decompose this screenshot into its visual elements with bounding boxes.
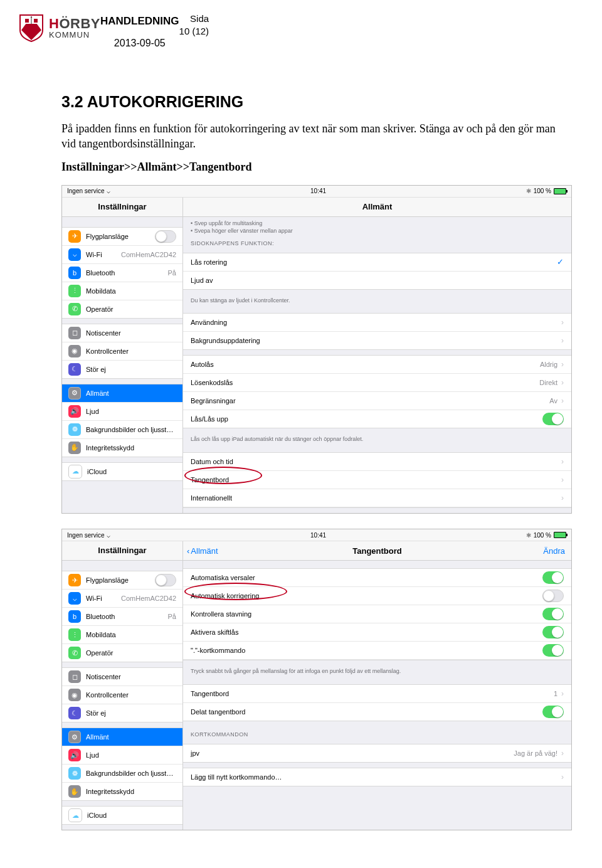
airplane-toggle[interactable] — [155, 574, 176, 586]
row-keyboard[interactable]: Tangentbord › — [183, 471, 571, 489]
status-time: 10:41 — [310, 532, 326, 539]
bluetooth-icon: b — [68, 610, 81, 623]
label: "."-kortkommando — [191, 647, 542, 654]
hint: • Svepa höger eller vänster mellan appar — [183, 227, 571, 235]
sidebar-item-wifi[interactable]: ⌵ Wi-Fi ComHemAC2D42 — [62, 246, 182, 264]
sidebar-item-airplane[interactable]: ✈ Flygplansläge — [62, 228, 182, 246]
label: Operatör — [86, 305, 176, 313]
sidebar-item-wallpaper[interactable]: ❁ Bakgrundsbilder och ljusst… — [62, 765, 182, 783]
sidebar-item-wallpaper[interactable]: ❁ Bakgrundsbilder och ljusst… — [62, 421, 182, 439]
sidebar-item-wifi[interactable]: ⌵ Wi-Fi ComHemAC2D42 — [62, 590, 182, 608]
sidebar-item-dnd[interactable]: ☾ Stör ej — [62, 704, 182, 722]
carrier-label: Ingen service — [67, 188, 104, 194]
sidebar-item-sound[interactable]: 🔊 Ljud — [62, 746, 182, 765]
value: Aldrig — [540, 361, 557, 368]
sidebar-item-general[interactable]: ⚙ Allmänt — [62, 728, 182, 746]
value: ComHemAC2D42 — [121, 595, 176, 602]
split-toggle[interactable] — [542, 706, 564, 718]
sidebar-item-icloud[interactable]: ☁ iCloud — [62, 463, 182, 480]
row-autocorrect[interactable]: Automatisk korrigering — [183, 587, 571, 605]
sidebar-item-carrier[interactable]: ✆ Operatör — [62, 300, 182, 318]
autocap-toggle[interactable] — [542, 571, 564, 584]
row-restrictions[interactable]: Begränsningar Av › — [183, 392, 571, 410]
label: Operatör — [86, 649, 176, 657]
battery-percent: 100 % — [534, 532, 551, 539]
moon-icon: ☾ — [68, 707, 81, 719]
cellular-icon: ⋮ — [68, 628, 81, 641]
capslock-toggle[interactable] — [542, 626, 564, 638]
sidebar-item-airplane[interactable]: ✈ Flygplansläge — [62, 571, 182, 590]
row-add-shortcut[interactable]: Lägg till nytt kortkommando… › — [183, 768, 571, 786]
row-autocapitalize[interactable]: Automatiska versaler — [183, 569, 571, 587]
value: På — [168, 269, 176, 277]
sidebar-item-controlcenter[interactable]: ◉ Kontrollcenter — [62, 342, 182, 361]
sidebar-item-controlcenter[interactable]: ◉ Kontrollcenter — [62, 686, 182, 704]
moon-icon: ☾ — [68, 363, 81, 376]
bluetooth-icon: b — [68, 267, 81, 279]
lockunlock-toggle[interactable] — [542, 413, 564, 425]
keyboard-detail: Automatiska versaler Automatisk korriger… — [183, 561, 571, 830]
settings-sidebar: ✈ Flygplansläge ⌵ Wi-Fi ComHemAC2D42 b B… — [62, 217, 183, 514]
row-lockrotation[interactable]: Lås rotering ✓ — [183, 253, 571, 272]
label: iCloud — [87, 812, 176, 819]
value: Jag är på väg! — [514, 749, 557, 757]
row-spellcheck[interactable]: Kontrollera stavning — [183, 605, 571, 623]
label: Delat tangentbord — [191, 708, 542, 716]
sidebar-item-notification[interactable]: ◻ Notiscenter — [62, 668, 182, 686]
sidebar-item-notification[interactable]: ◻ Notiscenter — [62, 324, 182, 342]
row-capslock[interactable]: Aktivera skiftlås — [183, 623, 571, 642]
label: Allmänt — [86, 389, 176, 397]
value: Direkt — [539, 379, 557, 386]
row-mute[interactable]: Ljud av — [183, 272, 571, 289]
phone-icon: ✆ — [68, 303, 81, 315]
sidebar-item-dnd[interactable]: ☾ Stör ej — [62, 361, 182, 378]
sidebar-title: Inställningar — [62, 541, 183, 560]
sidebar-item-bluetooth[interactable]: b Bluetooth På — [62, 264, 182, 282]
label: Stör ej — [86, 709, 176, 717]
row-shortcut[interactable]: "."-kortkommando — [183, 642, 571, 660]
settings-sidebar: ✈ Flygplansläge ⌵ Wi-Fi ComHemAC2D42 b B… — [62, 561, 183, 830]
row-international[interactable]: Internationellt › — [183, 489, 571, 507]
logo-letter: RBY — [70, 16, 100, 31]
sidebar-item-privacy[interactable]: ✋ Integritetsskydd — [62, 783, 182, 800]
row-datetime[interactable]: Datum och tid › — [183, 453, 571, 471]
sidebar-item-mobiledata[interactable]: ⋮ Mobildata — [62, 626, 182, 644]
row-splitkeyboard[interactable]: Delat tangentbord — [183, 703, 571, 721]
sidebar-item-bluetooth[interactable]: b Bluetooth På — [62, 608, 182, 626]
row-shortcut-jpv[interactable]: jpv Jag är på väg! › — [183, 744, 571, 762]
svg-rect-1 — [25, 19, 29, 23]
sidebar-item-carrier[interactable]: ✆ Operatör — [62, 644, 182, 662]
back-button[interactable]: ‹ Allmänt — [183, 546, 237, 556]
sidebar-item-privacy[interactable]: ✋ Integritetsskydd — [62, 439, 182, 457]
edit-button[interactable]: Ändra — [543, 546, 571, 556]
sidebar-item-sound[interactable]: 🔊 Ljud — [62, 403, 182, 421]
label: Kontrollcenter — [86, 691, 176, 699]
hint: Tryck snabbt två gånger på mellanslag fö… — [183, 665, 571, 679]
wifi-icon: ⌵ — [68, 592, 81, 605]
airplane-toggle[interactable] — [155, 230, 176, 243]
spellcheck-toggle[interactable] — [542, 608, 564, 620]
chevron-right-icon: › — [561, 318, 564, 327]
row-keyboards[interactable]: Tangentbord 1 › — [183, 685, 571, 703]
shortcut-toggle[interactable] — [542, 644, 564, 657]
row-lockunlock[interactable]: Lås/Lås upp — [183, 410, 571, 428]
sidebar-title: Inställningar — [62, 198, 183, 216]
value: På — [168, 613, 176, 620]
label: Automatiska versaler — [191, 574, 542, 581]
row-passcode[interactable]: Lösenkodslås Direkt › — [183, 374, 571, 392]
label: Notiscenter — [86, 673, 176, 680]
label: Tangentbord — [191, 690, 550, 697]
label: Lösenkodslås — [191, 379, 536, 386]
chevron-right-icon: › — [561, 773, 564, 781]
sidebar-item-icloud[interactable]: ☁ iCloud — [62, 807, 182, 824]
label: Ljud — [86, 408, 176, 415]
label: Wi-Fi — [86, 595, 117, 602]
sidebar-item-mobiledata[interactable]: ⋮ Mobildata — [62, 282, 182, 300]
cellular-icon: ⋮ — [68, 285, 81, 297]
row-autolock[interactable]: Autolås Aldrig › — [183, 356, 571, 374]
sidebar-item-general[interactable]: ⚙ Allmänt — [62, 384, 182, 403]
row-usage[interactable]: Användning › — [183, 314, 571, 332]
airplane-icon: ✈ — [68, 574, 81, 586]
row-backgroundrefresh[interactable]: Bakgrundsuppdatering › — [183, 332, 571, 349]
autocorrect-toggle[interactable] — [542, 590, 564, 602]
